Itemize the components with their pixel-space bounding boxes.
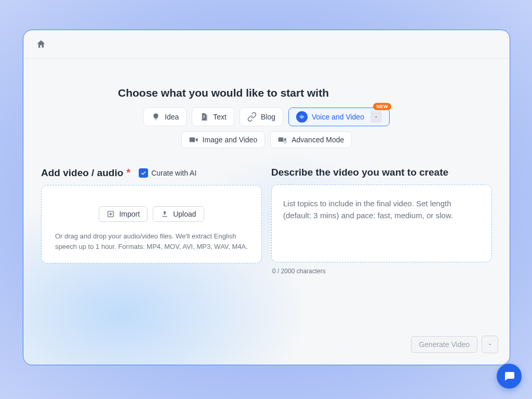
title-text: Describe the video you want to create — [271, 167, 448, 178]
add-media-title: Add video / audio * Curate with AI — [41, 167, 262, 179]
tab-label: Image and Video — [203, 136, 258, 144]
document-icon — [200, 112, 209, 122]
chevron-down-icon — [374, 114, 379, 119]
svg-rect-9 — [278, 138, 284, 142]
camera-gear-icon — [278, 135, 287, 144]
right-column: Describe the video you want to create Li… — [271, 167, 492, 275]
chat-icon — [503, 370, 515, 382]
svg-rect-1 — [203, 116, 206, 117]
check-icon — [140, 170, 147, 176]
import-button[interactable]: Import — [99, 206, 148, 222]
tab-label: Idea — [165, 113, 179, 121]
upload-actions: Import Upload — [55, 206, 248, 222]
upload-button[interactable]: Upload — [153, 206, 204, 222]
chat-launcher[interactable] — [497, 364, 522, 389]
upload-label: Upload — [173, 210, 196, 218]
curate-with-ai-option[interactable]: Curate with AI — [139, 168, 196, 178]
describe-title: Describe the video you want to create — [271, 167, 492, 178]
generate-video-button[interactable]: Generate Video — [411, 336, 477, 353]
svg-rect-5 — [302, 115, 302, 119]
describe-placeholder: List topics to include in the final vide… — [283, 197, 480, 222]
choose-heading: Choose what you would like to start with — [118, 87, 492, 99]
svg-rect-4 — [301, 116, 301, 118]
char-count: 0 / 2000 characters — [272, 268, 492, 275]
required-star-icon: * — [126, 167, 130, 179]
home-icon — [36, 39, 46, 49]
app-window: Choose what you would like to start with… — [23, 30, 510, 365]
svg-rect-2 — [203, 117, 205, 118]
tab-advanced-mode[interactable]: Advanced Mode — [270, 131, 352, 148]
title-text: Add video / audio — [41, 167, 123, 179]
voice-icon — [296, 111, 308, 123]
tab-text[interactable]: Text — [192, 108, 234, 126]
tab-dropdown-trigger[interactable] — [370, 111, 382, 123]
lightbulb-icon — [151, 112, 161, 122]
left-column: Add video / audio * Curate with AI — [41, 167, 262, 275]
import-icon — [107, 210, 115, 218]
start-tabs: Idea Text Blog Voice and Video — [105, 108, 428, 148]
tab-image-and-video[interactable]: Image and Video — [181, 131, 265, 148]
svg-point-11 — [285, 141, 286, 142]
tab-voice-and-video[interactable]: Voice and Video NEW — [288, 108, 390, 126]
tab-blog[interactable]: Blog — [240, 108, 283, 126]
link-icon — [247, 112, 257, 122]
curate-checkbox[interactable] — [139, 168, 148, 178]
tab-idea[interactable]: Idea — [143, 108, 187, 126]
top-bar — [23, 30, 510, 59]
tab-label: Text — [213, 113, 227, 121]
chevron-down-icon — [487, 341, 493, 348]
tab-label: Advanced Mode — [291, 136, 344, 144]
svg-rect-3 — [300, 116, 300, 117]
content-area: Choose what you would like to start with… — [23, 59, 510, 275]
footer-actions: Generate Video — [411, 336, 498, 353]
svg-rect-8 — [189, 138, 195, 142]
home-button[interactable] — [34, 37, 48, 51]
tab-label: Voice and Video — [312, 113, 364, 121]
tab-label: Blog — [261, 113, 275, 121]
describe-textarea[interactable]: List topics to include in the final vide… — [271, 184, 492, 262]
generate-dropdown-trigger[interactable] — [482, 336, 498, 353]
upload-icon — [161, 210, 169, 218]
new-badge: NEW — [373, 103, 391, 110]
svg-rect-7 — [304, 116, 304, 117]
upload-dropzone[interactable]: Import Upload Or drag and drop your audi… — [41, 185, 262, 263]
import-label: Import — [119, 210, 140, 218]
upload-hint: Or drag and drop your audio/video files.… — [55, 231, 248, 251]
svg-rect-6 — [303, 116, 303, 118]
two-column-layout: Add video / audio * Curate with AI — [41, 167, 492, 275]
curate-label: Curate with AI — [151, 169, 196, 177]
svg-rect-0 — [203, 115, 206, 116]
camera-icon — [189, 135, 198, 144]
